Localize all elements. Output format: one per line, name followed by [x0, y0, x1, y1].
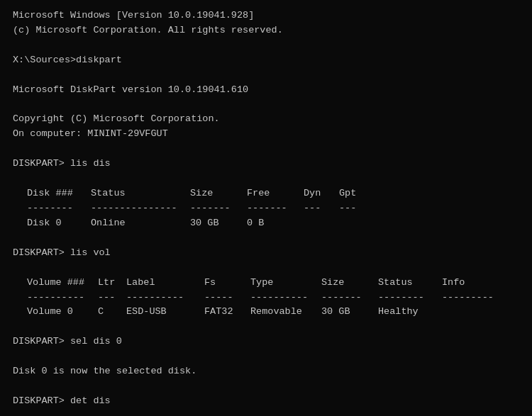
disk-sep-1: -------- — [27, 201, 91, 216]
vol-sep-2: --- — [98, 291, 126, 305]
blank-10 — [13, 379, 519, 394]
blank-9 — [13, 349, 519, 364]
disk-sep-6: --- — [339, 201, 375, 216]
disk-table-header: Disk ### Status Size Free Dyn Gpt — [13, 186, 519, 201]
vol-table-separator: ---------- --- ---------- ----- --------… — [13, 291, 519, 305]
vol-type-cell: Removable — [250, 305, 321, 320]
blank-6 — [13, 231, 519, 246]
sel-dis-result: Disk 0 is now the selected disk. — [13, 364, 519, 379]
vol-ltr-header: Ltr — [98, 276, 126, 291]
blank-3 — [13, 98, 519, 113]
vol-sep-1: ---------- — [27, 291, 98, 305]
vol-status-cell: Healthy — [378, 305, 442, 320]
vol-size-cell: 30 GB — [321, 305, 378, 320]
disk-size-header: Size — [190, 186, 247, 201]
disk-free-header: Free — [247, 186, 304, 201]
diskpart-command: X:\Sources>diskpart — [13, 53, 519, 68]
blank-1 — [13, 38, 519, 53]
disk-status-cell: Online — [91, 216, 190, 231]
vol-label-cell: ESD-USB — [126, 305, 204, 320]
vol-type-header: Type — [250, 276, 321, 291]
vol-sep-4: ----- — [204, 291, 250, 305]
blank-5 — [13, 172, 519, 186]
disk-sep-3: ------- — [190, 201, 247, 216]
vol-info-header: Info — [442, 276, 499, 291]
disk-gpt-header: Gpt — [339, 186, 375, 201]
vol-sep-8: --------- — [442, 291, 499, 305]
lis-dis-command: DISKPART> lis dis — [13, 157, 519, 172]
diskpart-version: Microsoft DiskPart version 10.0.19041.61… — [13, 83, 519, 98]
vol-sep-6: ------- — [321, 291, 378, 305]
ms-copyright: Copyright (C) Microsoft Corporation. — [13, 112, 519, 127]
lis-vol-command: DISKPART> lis vol — [13, 246, 519, 261]
vol-info-cell — [442, 305, 499, 320]
disk-table-separator: -------- --------------- ------- -------… — [13, 201, 519, 216]
disk-sep-5: --- — [304, 201, 339, 216]
blank-8 — [13, 320, 519, 335]
vol-fs-cell: FAT32 — [204, 305, 250, 320]
vol-size-header: Size — [321, 276, 378, 291]
disk-dyn-cell — [304, 216, 339, 231]
blank-7 — [13, 261, 519, 276]
vol-label-header: Label — [126, 276, 204, 291]
disk-gpt-cell — [339, 216, 375, 231]
vol-fs-header: Fs — [204, 276, 250, 291]
vol-num-cell: Volume 0 — [27, 305, 98, 320]
det-dis-command: DISKPART> det dis — [13, 394, 519, 409]
blank-11 — [13, 409, 519, 416]
blank-4 — [13, 142, 519, 157]
vol-col-header: Volume ### — [27, 276, 98, 291]
disk-num-cell: Disk 0 — [27, 216, 91, 231]
disk-dyn-header: Dyn — [304, 186, 339, 201]
vol-table-header: Volume ### Ltr Label Fs Type Size Status… — [13, 276, 519, 291]
vol-sep-5: ---------- — [250, 291, 321, 305]
sel-dis-command: DISKPART> sel dis 0 — [13, 335, 519, 349]
vol-ltr-cell: C — [98, 305, 126, 320]
vol-status-header: Status — [378, 276, 442, 291]
vol-sep-3: ---------- — [126, 291, 204, 305]
vol-sep-7: -------- — [378, 291, 442, 305]
windows-version-line: Microsoft Windows [Version 10.0.19041.92… — [13, 9, 519, 23]
vol-table-row: Volume 0 C ESD-USB FAT32 Removable 30 GB… — [13, 305, 519, 320]
computer-name: On computer: MININT-29VFGUT — [13, 127, 519, 142]
disk-free-cell: 0 B — [247, 216, 304, 231]
disk-sep-2: --------------- — [91, 201, 190, 216]
disk-size-cell: 30 GB — [190, 216, 247, 231]
terminal-window: Microsoft Windows [Version 10.0.19041.92… — [0, 0, 532, 416]
disk-status-header: Status — [91, 186, 190, 201]
disk-sep-4: ------- — [247, 201, 304, 216]
copyright-line: (c) Microsoft Corporation. All rights re… — [13, 23, 519, 38]
blank-2 — [13, 68, 519, 83]
disk-table-row: Disk 0 Online 30 GB 0 B — [13, 216, 519, 231]
disk-col-header: Disk ### — [27, 186, 91, 201]
